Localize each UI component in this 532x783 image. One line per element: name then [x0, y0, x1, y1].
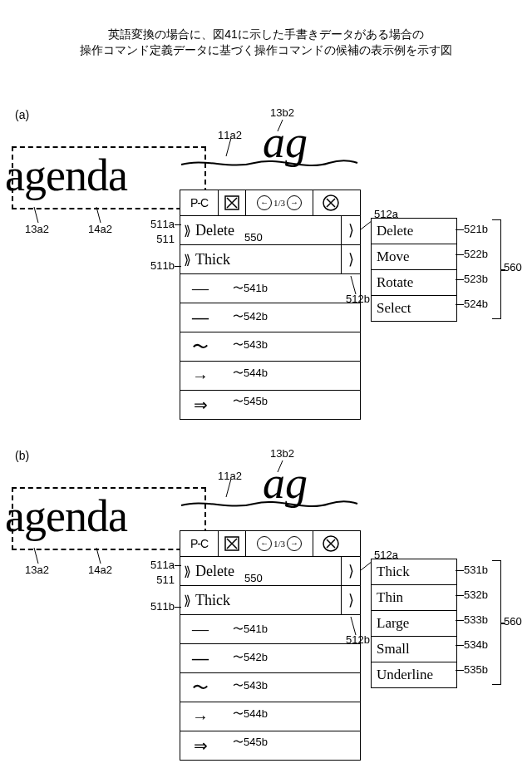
header-pc[interactable]: P-C [180, 531, 219, 556]
caption-line-1: 英語変換の場合に、図41に示した手書きデータがある場合の [108, 27, 424, 41]
ref-511b-b: 511b [138, 600, 175, 613]
candidate-row-2[interactable]: — [180, 644, 360, 673]
submenu-item[interactable]: Thin [372, 585, 456, 611]
candidate-row-2[interactable]: — [180, 303, 360, 332]
command-label: Thick [194, 592, 341, 609]
expand-chevron-icon[interactable]: ⟩ [341, 586, 360, 614]
expand-chevron-icon[interactable]: ⟩ [341, 557, 360, 585]
command-row-delete[interactable]: ⟫ Delete ⟩ [180, 216, 360, 245]
pager-count: 1/3 [273, 198, 285, 208]
ref-550-b: 550 [244, 572, 263, 584]
header-clear-icon[interactable] [219, 190, 246, 215]
expand-chevron-icon[interactable]: ⟩ [341, 245, 360, 273]
stroke-underline-b [180, 494, 359, 514]
submenu-item[interactable]: Select [372, 296, 456, 321]
header-pager[interactable]: ← 1/3 → [246, 190, 313, 215]
candidate-row-3[interactable]: 〜 [180, 673, 360, 702]
tilde-icon: 〜 [180, 336, 220, 358]
command-row-thick[interactable]: ⟫ Thick ⟩ [180, 586, 360, 615]
ref-545b-b: 〜545b [233, 735, 268, 750]
ref-523b: 523b [464, 273, 488, 285]
submenu-item[interactable]: Rotate [372, 270, 456, 296]
submenu-item[interactable]: Small [372, 637, 456, 662]
panel-label-a: (a) [15, 108, 29, 121]
ref-533b: 533b [464, 613, 488, 626]
double-arrow-icon: ⇒ [180, 736, 220, 756]
brace-560-b [492, 560, 501, 685]
ref-521b: 521b [464, 223, 488, 235]
chevrons-left-icon: ⟫ [180, 564, 194, 579]
ref-542b-b: 〜542b [233, 650, 268, 665]
thickline-icon: — [180, 649, 220, 668]
lead-512b-b [349, 615, 362, 637]
lead-14a2-b [96, 547, 106, 565]
candidate-list-b: P-C ← 1/3 → ⟫ Delete ⟩ [180, 530, 361, 761]
stroke-underline [180, 153, 359, 173]
candidate-row-3[interactable]: 〜 [180, 332, 360, 362]
submenu-item[interactable]: Thick [372, 559, 456, 585]
submenu-list-b: Thick Thin Large Small Underline [371, 559, 457, 688]
submenu-item[interactable]: Large [372, 611, 456, 637]
candidate-row-5[interactable]: ⇒ [180, 391, 360, 419]
header-pc[interactable]: P-C [180, 190, 219, 215]
lead-11a2-b [224, 477, 258, 500]
ref-550: 550 [244, 231, 263, 244]
header-close-icon[interactable] [313, 190, 348, 215]
panel-a: (a) 13b2 11a2 ag agenda 13a2 14a2 P-C [0, 100, 532, 407]
panel-b: (b) 13b2 11a2 ag agenda 13a2 14a2 P-C ← [0, 441, 532, 765]
brace-560 [492, 219, 501, 319]
ref-13a2: 13a2 [25, 223, 49, 235]
lead-13a2-b [33, 547, 43, 565]
ref-535b: 535b [464, 663, 488, 676]
chevrons-left-icon: ⟫ [180, 252, 194, 268]
lead-512b [349, 274, 362, 296]
ref-544b-b: 〜544b [233, 707, 268, 721]
ref-543b-b: 〜543b [233, 678, 268, 693]
candidate-row-4[interactable]: → [180, 702, 360, 731]
ref-511-b: 511 [138, 574, 175, 586]
expand-chevron-icon[interactable]: ⟩ [341, 216, 360, 244]
ref-511b: 511b [138, 259, 175, 272]
ref-511: 511 [138, 233, 175, 245]
header-pager[interactable]: ← 1/3 → [246, 531, 313, 556]
command-label: Thick [194, 251, 341, 268]
submenu-item[interactable]: Underline [372, 662, 456, 687]
pager-prev-icon[interactable]: ← [257, 536, 272, 551]
candidate-row-1[interactable]: — [180, 274, 360, 303]
lead-13b2 [276, 118, 293, 133]
ref-522b: 522b [464, 248, 488, 260]
line-icon: — [180, 620, 220, 639]
ref-13a2-b: 13a2 [25, 564, 49, 576]
agenda-text: agenda [5, 153, 127, 198]
double-arrow-icon: ⇒ [180, 395, 220, 415]
pager-next-icon[interactable]: → [287, 536, 302, 551]
caption-line-2: 操作コマンド定義データに基づく操作コマンドの候補の表示例を示す図 [80, 43, 452, 57]
ref-511a-b: 511a [138, 559, 175, 571]
line-icon: — [180, 279, 220, 298]
header-clear-icon[interactable] [219, 531, 246, 556]
arrow-icon: → [180, 707, 220, 726]
chevrons-left-icon: ⟫ [180, 593, 194, 608]
ref-541b-b: 〜541b [233, 622, 268, 637]
submenu-item[interactable]: Move [372, 244, 456, 270]
lead-13a2 [33, 206, 43, 224]
candidate-row-1[interactable]: — [180, 615, 360, 644]
pager-count: 1/3 [273, 539, 285, 549]
ref-544b: 〜544b [233, 366, 268, 381]
pager-prev-icon[interactable]: ← [257, 195, 272, 210]
ref-543b: 〜543b [233, 337, 268, 352]
pager-next-icon[interactable]: → [287, 195, 302, 210]
command-row-thick[interactable]: ⟫ Thick ⟩ [180, 245, 360, 274]
agenda-text-b: agenda [5, 494, 127, 539]
candidate-row-4[interactable]: → [180, 362, 360, 391]
header-close-icon[interactable] [313, 531, 348, 556]
ref-541b: 〜541b [233, 281, 268, 296]
ref-560: 560 [504, 261, 522, 273]
command-row-delete[interactable]: ⟫ Delete ⟩ [180, 557, 360, 586]
ref-560-b: 560 [504, 615, 522, 628]
tilde-icon: 〜 [180, 677, 220, 699]
ref-14a2: 14a2 [88, 223, 112, 235]
candidate-row-5[interactable]: ⇒ [180, 731, 360, 760]
ref-531b: 531b [464, 564, 488, 576]
submenu-item[interactable]: Delete [372, 219, 456, 244]
